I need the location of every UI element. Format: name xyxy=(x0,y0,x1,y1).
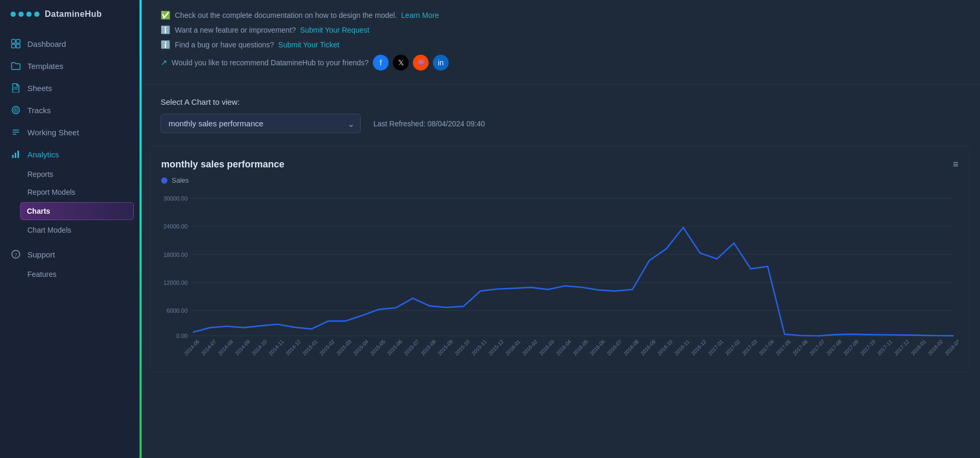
svg-text:2016-07: 2016-07 xyxy=(606,338,622,356)
main-chart-svg: 30000.00 24000.00 18000.00 12000.00 6000… xyxy=(161,193,958,361)
social-icons: f 𝕏 👾 in xyxy=(373,55,449,71)
info-text-1: Check out the complete documentation on … xyxy=(175,11,397,19)
sidebar-item-tracks[interactable]: Tracks xyxy=(0,99,139,121)
sidebar-item-analytics[interactable]: Analytics xyxy=(0,143,139,165)
sidebar-label-report-models: Report Models xyxy=(27,188,75,196)
sidebar-label-support: Support xyxy=(27,250,55,259)
svg-text:24000.00: 24000.00 xyxy=(163,223,187,230)
svg-text:2015-05: 2015-05 xyxy=(369,338,387,356)
sidebar-item-report-models[interactable]: Report Models xyxy=(0,183,139,201)
svg-text:18000.00: 18000.00 xyxy=(163,251,187,257)
info-text-4: Would you like to recommend DatamineHub … xyxy=(172,58,369,67)
svg-text:2016-05: 2016-05 xyxy=(572,338,589,356)
svg-text:2015-07: 2015-07 xyxy=(403,338,420,356)
list-icon xyxy=(11,127,21,137)
svg-point-8 xyxy=(15,109,17,111)
chart-selector-area: Select A Chart to view: monthly sales pe… xyxy=(140,85,980,142)
reddit-button[interactable]: 👾 xyxy=(413,55,429,71)
svg-text:2014-09: 2014-09 xyxy=(234,338,251,356)
info-line-2: ℹ️ Want a new feature or improvement? Su… xyxy=(161,25,959,35)
svg-text:2017-11: 2017-11 xyxy=(876,338,893,356)
svg-text:2014-11: 2014-11 xyxy=(268,338,284,356)
svg-text:2017-12: 2017-12 xyxy=(893,338,910,356)
chart-svg-area: 30000.00 24000.00 18000.00 12000.00 6000… xyxy=(161,193,958,361)
facebook-button[interactable]: f xyxy=(373,55,389,71)
chart-title: monthly sales performance xyxy=(161,159,958,170)
bar-chart-icon xyxy=(11,149,21,160)
svg-text:2014-06: 2014-06 xyxy=(183,338,201,356)
svg-text:2015-06: 2015-06 xyxy=(386,338,403,356)
sidebar-label-templates: Templates xyxy=(27,62,63,71)
svg-text:2015-11: 2015-11 xyxy=(471,338,488,356)
svg-text:2015-01: 2015-01 xyxy=(302,338,319,356)
svg-text:12000.00: 12000.00 xyxy=(163,280,187,286)
sidebar-item-dashboard[interactable]: Dashboard xyxy=(0,33,139,55)
nav-section: Dashboard Templates Sheets xyxy=(0,28,139,458)
svg-text:2017-05: 2017-05 xyxy=(775,338,792,356)
sidebar-item-working-sheet[interactable]: Working Sheet xyxy=(0,121,139,143)
svg-text:2014-08: 2014-08 xyxy=(217,338,234,356)
chart-select-row: monthly sales performance ⌄ Last Refresh… xyxy=(161,114,959,133)
svg-text:2016-02: 2016-02 xyxy=(521,338,538,356)
top-info-section: ✅ Check out the complete documentation o… xyxy=(140,0,980,85)
info-circle-icon-1: ℹ️ xyxy=(161,25,171,35)
svg-text:2016-12: 2016-12 xyxy=(690,338,707,356)
svg-rect-14 xyxy=(17,151,19,158)
info-line-4: ↗ Would you like to recommend DatamineHu… xyxy=(161,55,959,71)
submit-request-link[interactable]: Submit Your Request xyxy=(300,26,370,34)
sidebar-item-sheets[interactable]: Sheets xyxy=(0,77,139,99)
share-icon: ↗ xyxy=(161,58,167,67)
sidebar-label-reports: Reports xyxy=(27,170,53,178)
svg-text:2016-04: 2016-04 xyxy=(555,338,572,356)
chart-select-wrapper: monthly sales performance ⌄ xyxy=(161,114,361,133)
info-text-2: Want a new feature or improvement? xyxy=(175,26,296,34)
sidebar-item-charts[interactable]: Charts xyxy=(20,202,134,220)
sidebar-item-chart-models[interactable]: Chart Models xyxy=(0,221,139,239)
svg-text:2016-08: 2016-08 xyxy=(622,338,640,356)
svg-text:2014-12: 2014-12 xyxy=(285,338,302,356)
svg-text:0.00: 0.00 xyxy=(176,333,188,339)
submit-ticket-link[interactable]: Submit Your Ticket xyxy=(278,41,339,49)
sidebar-item-templates[interactable]: Templates xyxy=(0,55,139,77)
learn-more-link[interactable]: Learn More xyxy=(401,11,439,19)
sidebar-accent xyxy=(140,0,142,458)
svg-text:2015-04: 2015-04 xyxy=(352,338,370,356)
logo-area: DatamineHub xyxy=(0,0,139,28)
sidebar: DatamineHub Dashboard Templates xyxy=(0,0,140,458)
svg-text:2015-03: 2015-03 xyxy=(335,338,353,356)
svg-text:2017-04: 2017-04 xyxy=(758,338,775,356)
sidebar-label-tracks: Tracks xyxy=(27,106,51,115)
sidebar-label-dashboard: Dashboard xyxy=(27,39,66,48)
sidebar-item-features[interactable]: Features xyxy=(0,265,139,283)
svg-text:2017-07: 2017-07 xyxy=(809,338,826,356)
linkedin-button[interactable]: in xyxy=(433,55,449,71)
info-line-1: ✅ Check out the complete documentation o… xyxy=(161,11,959,20)
svg-text:2016-03: 2016-03 xyxy=(538,338,556,356)
chart-legend: Sales xyxy=(161,176,958,184)
file-icon xyxy=(11,83,21,93)
app-name: DatamineHub xyxy=(45,9,102,19)
svg-text:2017-02: 2017-02 xyxy=(724,338,741,356)
chart-container: monthly sales performance Sales ≡ 30000.… xyxy=(150,146,969,372)
svg-text:2016-09: 2016-09 xyxy=(640,338,657,356)
svg-text:2015-08: 2015-08 xyxy=(420,338,437,356)
svg-text:30000.00: 30000.00 xyxy=(163,195,187,202)
sidebar-item-reports[interactable]: Reports xyxy=(0,165,139,183)
svg-rect-2 xyxy=(12,44,15,48)
info-circle-icon-2: ℹ️ xyxy=(161,40,171,49)
svg-text:2017-03: 2017-03 xyxy=(741,338,758,356)
svg-rect-1 xyxy=(16,39,20,43)
svg-rect-0 xyxy=(12,39,15,43)
sidebar-label-working-sheet: Working Sheet xyxy=(27,128,79,137)
twitter-button[interactable]: 𝕏 xyxy=(393,55,409,71)
chart-select-dropdown[interactable]: monthly sales performance xyxy=(161,114,361,133)
svg-text:2015-12: 2015-12 xyxy=(488,338,504,356)
main-content: ✅ Check out the complete documentation o… xyxy=(140,0,980,458)
svg-rect-12 xyxy=(12,155,14,158)
svg-text:2018-02: 2018-02 xyxy=(927,338,944,356)
svg-text:2016-10: 2016-10 xyxy=(657,338,674,356)
sidebar-item-support[interactable]: ? Support xyxy=(0,243,139,265)
select-label: Select A Chart to view: xyxy=(161,97,959,106)
chart-menu-icon[interactable]: ≡ xyxy=(953,159,958,170)
grid-icon xyxy=(11,38,21,49)
